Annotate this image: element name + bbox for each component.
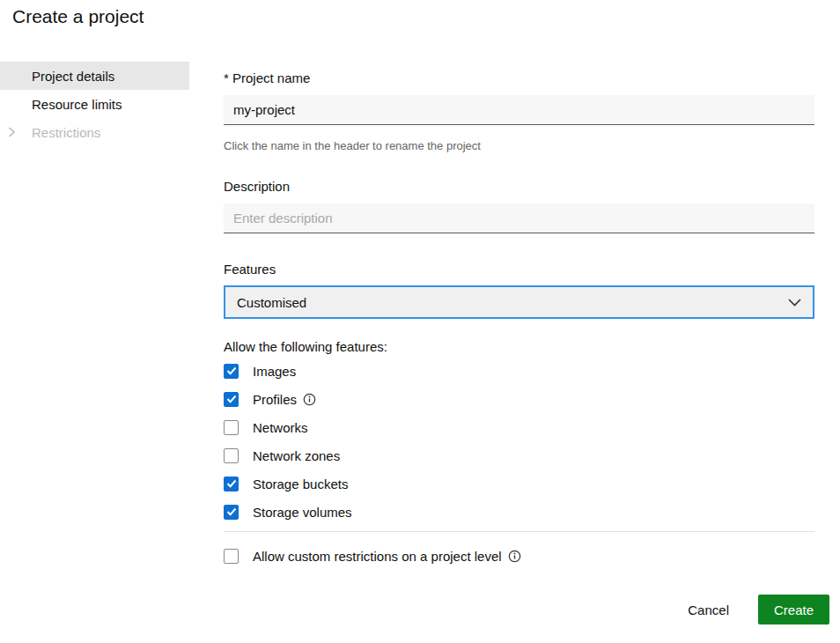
restrictions-checkbox-label: Allow custom restrictions on a project l… [253,549,502,564]
divider [224,531,814,532]
cancel-button[interactable]: Cancel [688,602,729,617]
feature-checkbox[interactable] [224,364,239,379]
nav-item-restrictions[interactable]: Restrictions [0,118,189,146]
feature-checkbox-list: Images Profiles Networks Network zones S… [224,357,814,526]
project-form: * Project name Click the name in the hea… [224,62,814,625]
feature-checkbox-label: Profiles [253,392,297,407]
feature-checkbox[interactable] [224,420,239,435]
feature-checkbox[interactable] [224,392,239,407]
create-project-page: Create a project Project details Resourc… [0,0,840,643]
form-footer: Cancel Create [224,595,829,625]
feature-checkbox-label: Storage volumes [253,505,352,520]
project-name-label: * Project name [224,70,814,87]
info-icon[interactable] [508,550,521,563]
feature-checkbox-label: Networks [253,420,308,435]
feature-checkbox-row[interactable]: Images [224,357,814,385]
nav-item-label: Resource limits [32,97,122,112]
chevron-down-icon [788,299,801,307]
nav-item-label: Project details [32,69,114,84]
create-button[interactable]: Create [758,595,829,625]
info-icon[interactable] [303,393,316,406]
nav-item-resource-limits[interactable]: Resource limits [0,90,189,118]
page-title: Create a project [0,0,840,28]
feature-checkbox[interactable] [224,448,239,463]
feature-checkbox[interactable] [224,505,239,520]
chevron-right-icon [8,127,16,137]
feature-checkbox-row[interactable]: Storage buckets [224,469,814,498]
project-name-input[interactable] [224,95,814,125]
form-nav: Project details Resource limits Restrict… [0,62,224,625]
project-name-help: Click the name in the header to rename t… [224,139,814,153]
description-input[interactable] [224,203,814,233]
feature-checkbox-label: Storage buckets [253,477,348,491]
feature-checkbox-label: Network zones [253,448,340,463]
restrictions-checkbox-row[interactable]: Allow custom restrictions on a project l… [224,542,814,570]
restrictions-checkbox[interactable] [224,549,239,564]
nav-item-label: Restrictions [32,125,100,140]
feature-checkbox-label: Images [253,364,296,379]
content: Project details Resource limits Restrict… [0,62,840,625]
features-select-value: Customised [237,295,306,310]
description-label: Description [224,178,814,196]
features-label: Features [224,261,814,278]
features-select[interactable]: Customised [224,285,814,319]
feature-checkbox[interactable] [224,477,239,491]
nav-item-project-details[interactable]: Project details [0,62,189,90]
feature-checkbox-row[interactable]: Storage volumes [224,498,814,526]
feature-checkbox-row[interactable]: Profiles [224,385,814,413]
feature-checkbox-row[interactable]: Network zones [224,441,814,469]
feature-checkbox-row[interactable]: Networks [224,413,814,441]
features-heading: Allow the following features: [224,338,814,356]
